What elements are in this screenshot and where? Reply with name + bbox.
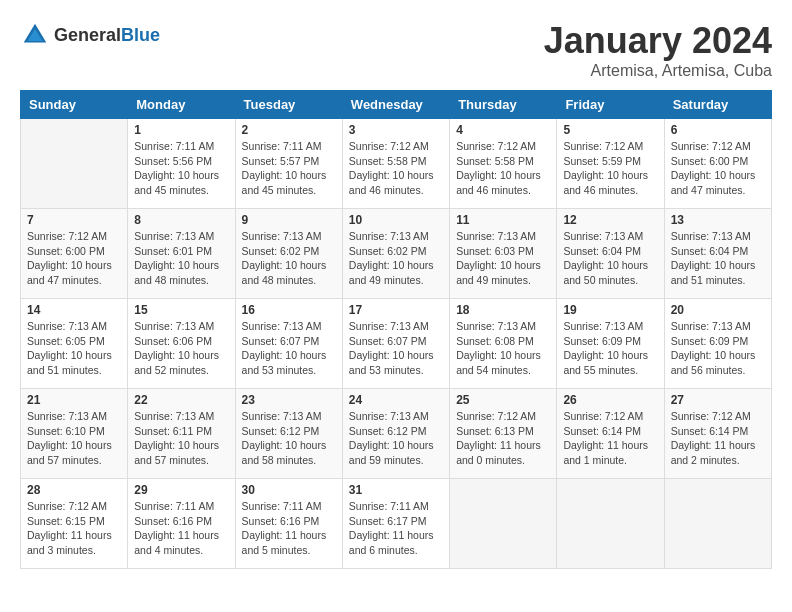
calendar-cell: 1Sunrise: 7:11 AM Sunset: 5:56 PM Daylig… [128, 119, 235, 209]
day-info: Sunrise: 7:13 AM Sunset: 6:06 PM Dayligh… [134, 319, 228, 378]
day-info: Sunrise: 7:13 AM Sunset: 6:05 PM Dayligh… [27, 319, 121, 378]
calendar-cell: 4Sunrise: 7:12 AM Sunset: 5:58 PM Daylig… [450, 119, 557, 209]
logo: GeneralBlue [20, 20, 160, 50]
calendar-cell: 11Sunrise: 7:13 AM Sunset: 6:03 PM Dayli… [450, 209, 557, 299]
day-info: Sunrise: 7:11 AM Sunset: 6:17 PM Dayligh… [349, 499, 443, 558]
calendar-cell: 5Sunrise: 7:12 AM Sunset: 5:59 PM Daylig… [557, 119, 664, 209]
calendar-cell [21, 119, 128, 209]
calendar-cell: 29Sunrise: 7:11 AM Sunset: 6:16 PM Dayli… [128, 479, 235, 569]
calendar-subtitle: Artemisa, Artemisa, Cuba [544, 62, 772, 80]
calendar-cell: 24Sunrise: 7:13 AM Sunset: 6:12 PM Dayli… [342, 389, 449, 479]
day-number: 25 [456, 393, 550, 407]
day-info: Sunrise: 7:13 AM Sunset: 6:08 PM Dayligh… [456, 319, 550, 378]
header-tuesday: Tuesday [235, 91, 342, 119]
day-number: 7 [27, 213, 121, 227]
calendar-cell: 31Sunrise: 7:11 AM Sunset: 6:17 PM Dayli… [342, 479, 449, 569]
calendar-cell: 10Sunrise: 7:13 AM Sunset: 6:02 PM Dayli… [342, 209, 449, 299]
day-number: 6 [671, 123, 765, 137]
day-info: Sunrise: 7:13 AM Sunset: 6:09 PM Dayligh… [563, 319, 657, 378]
day-info: Sunrise: 7:13 AM Sunset: 6:10 PM Dayligh… [27, 409, 121, 468]
day-number: 24 [349, 393, 443, 407]
day-number: 20 [671, 303, 765, 317]
calendar-cell: 3Sunrise: 7:12 AM Sunset: 5:58 PM Daylig… [342, 119, 449, 209]
day-number: 1 [134, 123, 228, 137]
day-number: 21 [27, 393, 121, 407]
calendar-cell: 12Sunrise: 7:13 AM Sunset: 6:04 PM Dayli… [557, 209, 664, 299]
logo-general: General [54, 25, 121, 45]
calendar-cell [557, 479, 664, 569]
logo-blue: Blue [121, 25, 160, 45]
day-info: Sunrise: 7:12 AM Sunset: 6:15 PM Dayligh… [27, 499, 121, 558]
calendar-week-row: 7Sunrise: 7:12 AM Sunset: 6:00 PM Daylig… [21, 209, 772, 299]
day-number: 3 [349, 123, 443, 137]
day-number: 13 [671, 213, 765, 227]
day-info: Sunrise: 7:13 AM Sunset: 6:11 PM Dayligh… [134, 409, 228, 468]
day-info: Sunrise: 7:12 AM Sunset: 6:14 PM Dayligh… [671, 409, 765, 468]
calendar-cell: 28Sunrise: 7:12 AM Sunset: 6:15 PM Dayli… [21, 479, 128, 569]
calendar-cell: 17Sunrise: 7:13 AM Sunset: 6:07 PM Dayli… [342, 299, 449, 389]
day-number: 5 [563, 123, 657, 137]
header-saturday: Saturday [664, 91, 771, 119]
calendar-cell: 2Sunrise: 7:11 AM Sunset: 5:57 PM Daylig… [235, 119, 342, 209]
calendar-cell: 18Sunrise: 7:13 AM Sunset: 6:08 PM Dayli… [450, 299, 557, 389]
header-friday: Friday [557, 91, 664, 119]
calendar-cell: 21Sunrise: 7:13 AM Sunset: 6:10 PM Dayli… [21, 389, 128, 479]
calendar-cell: 16Sunrise: 7:13 AM Sunset: 6:07 PM Dayli… [235, 299, 342, 389]
calendar-cell: 30Sunrise: 7:11 AM Sunset: 6:16 PM Dayli… [235, 479, 342, 569]
day-info: Sunrise: 7:12 AM Sunset: 6:00 PM Dayligh… [27, 229, 121, 288]
day-info: Sunrise: 7:13 AM Sunset: 6:02 PM Dayligh… [349, 229, 443, 288]
calendar-cell: 26Sunrise: 7:12 AM Sunset: 6:14 PM Dayli… [557, 389, 664, 479]
calendar-cell: 27Sunrise: 7:12 AM Sunset: 6:14 PM Dayli… [664, 389, 771, 479]
day-info: Sunrise: 7:13 AM Sunset: 6:01 PM Dayligh… [134, 229, 228, 288]
calendar-cell [450, 479, 557, 569]
day-number: 31 [349, 483, 443, 497]
page-header: GeneralBlue January 2024 Artemisa, Artem… [20, 20, 772, 80]
day-number: 18 [456, 303, 550, 317]
calendar-title: January 2024 [544, 20, 772, 62]
day-info: Sunrise: 7:12 AM Sunset: 6:14 PM Dayligh… [563, 409, 657, 468]
day-number: 16 [242, 303, 336, 317]
day-number: 29 [134, 483, 228, 497]
day-info: Sunrise: 7:13 AM Sunset: 6:04 PM Dayligh… [563, 229, 657, 288]
day-info: Sunrise: 7:13 AM Sunset: 6:09 PM Dayligh… [671, 319, 765, 378]
calendar-cell: 22Sunrise: 7:13 AM Sunset: 6:11 PM Dayli… [128, 389, 235, 479]
day-info: Sunrise: 7:12 AM Sunset: 5:58 PM Dayligh… [349, 139, 443, 198]
day-info: Sunrise: 7:13 AM Sunset: 6:02 PM Dayligh… [242, 229, 336, 288]
day-number: 30 [242, 483, 336, 497]
day-number: 15 [134, 303, 228, 317]
day-number: 2 [242, 123, 336, 137]
day-number: 12 [563, 213, 657, 227]
day-info: Sunrise: 7:12 AM Sunset: 6:00 PM Dayligh… [671, 139, 765, 198]
day-number: 11 [456, 213, 550, 227]
day-number: 14 [27, 303, 121, 317]
day-info: Sunrise: 7:13 AM Sunset: 6:04 PM Dayligh… [671, 229, 765, 288]
calendar-cell: 23Sunrise: 7:13 AM Sunset: 6:12 PM Dayli… [235, 389, 342, 479]
calendar-table: SundayMondayTuesdayWednesdayThursdayFrid… [20, 90, 772, 569]
calendar-body: 1Sunrise: 7:11 AM Sunset: 5:56 PM Daylig… [21, 119, 772, 569]
day-number: 10 [349, 213, 443, 227]
header-thursday: Thursday [450, 91, 557, 119]
calendar-week-row: 1Sunrise: 7:11 AM Sunset: 5:56 PM Daylig… [21, 119, 772, 209]
day-info: Sunrise: 7:12 AM Sunset: 5:59 PM Dayligh… [563, 139, 657, 198]
calendar-cell: 7Sunrise: 7:12 AM Sunset: 6:00 PM Daylig… [21, 209, 128, 299]
day-number: 19 [563, 303, 657, 317]
day-number: 22 [134, 393, 228, 407]
day-info: Sunrise: 7:12 AM Sunset: 6:13 PM Dayligh… [456, 409, 550, 468]
day-number: 27 [671, 393, 765, 407]
header-monday: Monday [128, 91, 235, 119]
calendar-week-row: 21Sunrise: 7:13 AM Sunset: 6:10 PM Dayli… [21, 389, 772, 479]
day-info: Sunrise: 7:11 AM Sunset: 5:57 PM Dayligh… [242, 139, 336, 198]
calendar-cell: 9Sunrise: 7:13 AM Sunset: 6:02 PM Daylig… [235, 209, 342, 299]
day-number: 4 [456, 123, 550, 137]
header-sunday: Sunday [21, 91, 128, 119]
day-info: Sunrise: 7:11 AM Sunset: 5:56 PM Dayligh… [134, 139, 228, 198]
logo-icon [20, 20, 50, 50]
calendar-cell: 13Sunrise: 7:13 AM Sunset: 6:04 PM Dayli… [664, 209, 771, 299]
calendar-header-row: SundayMondayTuesdayWednesdayThursdayFrid… [21, 91, 772, 119]
calendar-cell: 6Sunrise: 7:12 AM Sunset: 6:00 PM Daylig… [664, 119, 771, 209]
day-number: 17 [349, 303, 443, 317]
calendar-cell: 15Sunrise: 7:13 AM Sunset: 6:06 PM Dayli… [128, 299, 235, 389]
calendar-cell [664, 479, 771, 569]
calendar-week-row: 28Sunrise: 7:12 AM Sunset: 6:15 PM Dayli… [21, 479, 772, 569]
day-number: 28 [27, 483, 121, 497]
